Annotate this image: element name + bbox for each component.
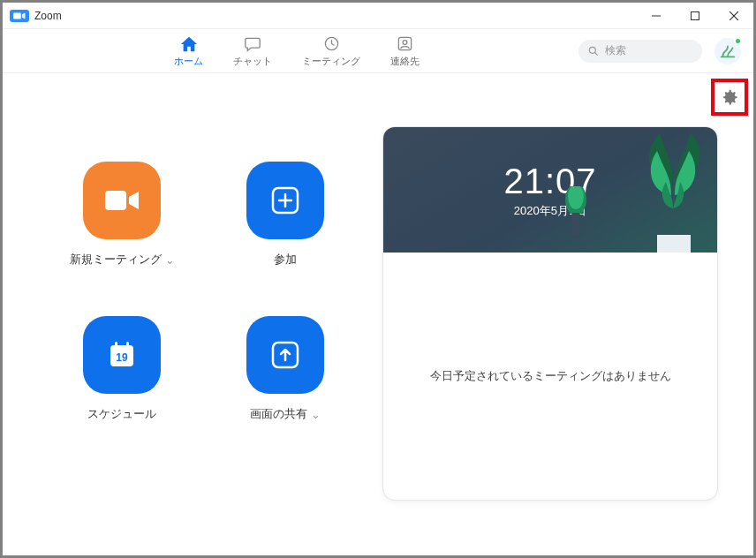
titlebar: Zoom (3, 3, 753, 29)
right-pane: 21:07 2020年5月1日 今日予定されているミーティングはありません (374, 73, 753, 555)
svg-rect-22 (572, 213, 579, 235)
svg-rect-11 (105, 191, 126, 210)
chevron-down-icon: ⌄ (165, 253, 175, 267)
nav-chat-label: チャット (233, 55, 272, 68)
share-screen-button[interactable] (246, 316, 324, 394)
nav-meetings-label: ミーティング (302, 55, 360, 68)
home-icon (179, 34, 199, 54)
svg-point-8 (589, 47, 595, 53)
svg-rect-2 (692, 11, 699, 19)
user-avatar[interactable] (714, 38, 741, 64)
schedule-action: 19 スケジュール (64, 316, 179, 422)
video-icon (102, 186, 141, 215)
window-title: Zoom (34, 10, 62, 22)
plant-decoration (620, 129, 717, 253)
status-indicator (734, 37, 742, 45)
nav-meetings[interactable]: ミーティング (302, 34, 360, 68)
schedule-caption: スケジュール (87, 406, 156, 422)
share-screen-caption[interactable]: 画面の共有 ⌄ (250, 406, 321, 422)
join-button[interactable] (246, 162, 324, 239)
share-screen-action: 画面の共有 ⌄ (228, 316, 343, 422)
top-nav: ホーム チャット ミーティング 連絡先 (3, 29, 753, 73)
clock-icon (323, 34, 340, 54)
gear-icon[interactable] (722, 89, 737, 105)
join-label: 参加 (274, 252, 297, 268)
chat-icon (244, 34, 261, 54)
svg-rect-0 (13, 12, 21, 19)
new-meeting-action: 新規ミーティング ⌄ (64, 162, 179, 268)
close-button[interactable] (714, 3, 753, 29)
share-screen-label: 画面の共有 (250, 406, 307, 422)
search-icon (587, 45, 600, 57)
plant-decoration (558, 186, 593, 235)
svg-line-9 (595, 52, 598, 55)
main-content: 新規ミーティング ⌄ 参加 19 (3, 73, 753, 555)
today-card: 21:07 2020年5月1日 今日予定されているミーティングはありません (382, 126, 718, 501)
svg-text:19: 19 (116, 351, 128, 364)
nav-home-label: ホーム (174, 55, 203, 68)
nav-home[interactable]: ホーム (174, 34, 203, 68)
card-body: 今日予定されているミーティングはありません (383, 253, 717, 500)
nav-contacts-label: 連絡先 (390, 55, 420, 68)
minimize-button[interactable] (637, 3, 676, 29)
window-controls (637, 3, 753, 29)
share-icon (269, 339, 301, 371)
svg-point-7 (403, 41, 407, 45)
card-hero: 21:07 2020年5月1日 (383, 127, 717, 253)
contacts-icon (397, 34, 413, 54)
plus-icon (269, 185, 301, 216)
join-action: 参加 (228, 162, 343, 268)
maximize-button[interactable] (676, 3, 714, 29)
svg-rect-17 (126, 342, 129, 349)
search-input[interactable]: 検索 (578, 40, 702, 63)
nav-chat[interactable]: チャット (233, 34, 272, 68)
actions-grid: 新規ミーティング ⌄ 参加 19 (3, 73, 374, 555)
search-placeholder: 検索 (605, 43, 626, 58)
schedule-label: スケジュール (87, 406, 156, 422)
no-meetings-message: 今日予定されているミーティングはありません (430, 368, 671, 384)
svg-rect-23 (657, 235, 691, 253)
new-meeting-caption[interactable]: 新規ミーティング ⌄ (70, 252, 175, 268)
schedule-button[interactable]: 19 (83, 316, 161, 394)
new-meeting-button[interactable] (83, 162, 161, 239)
app-icon (10, 10, 29, 22)
join-caption: 参加 (274, 252, 297, 268)
svg-rect-16 (115, 342, 117, 349)
calendar-icon: 19 (105, 338, 139, 372)
nav-contacts[interactable]: 連絡先 (390, 34, 420, 68)
app-window: Zoom ホーム チャット (2, 2, 754, 556)
chevron-down-icon: ⌄ (311, 408, 321, 421)
settings-button-highlight (711, 79, 748, 116)
new-meeting-label: 新規ミーティング (70, 252, 162, 268)
